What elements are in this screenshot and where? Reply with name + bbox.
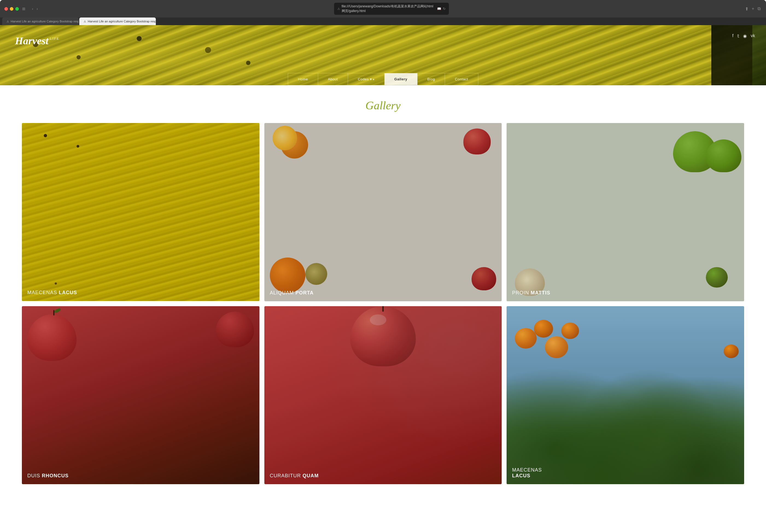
browser-window: ⊞ ‹ › ⚠ file:///Users/janewang/Downloads… [0,0,766,495]
gallery-grid: MAECENAS LACUS [22,123,744,484]
tab-gallery-label: Harvest Life an agriculture Category Boo… [88,20,156,23]
back-button[interactable]: ‹ [32,7,33,11]
card-6-label-light: MAECENAS [512,467,542,473]
browser-titlebar: ⊞ ‹ › ⚠ file:///Users/janewang/Downloads… [0,0,766,17]
gallery-card-6[interactable]: MAECENAS LACUS [507,306,744,484]
gallery-card-3[interactable]: PROIN MATTIS [507,123,744,301]
maximize-button[interactable] [15,7,19,11]
url-text: file:///Users/janewang/Downloads/有机蔬菜水果农… [342,4,435,13]
new-tab-icon[interactable]: + [752,6,754,11]
address-bar[interactable]: ⚠ file:///Users/janewang/Downloads/有机蔬菜水… [334,3,449,15]
site-logo: Harvest LIFE [15,35,59,47]
card-5-overlay [264,306,502,484]
tab-home-favicon: ⚠ [7,20,9,23]
card-2-label-light: ALIQUAM [270,290,296,296]
security-icon: ⚠ [337,7,340,11]
card-3-overlay [507,123,744,301]
hero-section: f 𝕥 ◉ vk Harvest LIFE Home About Codes ▾… [0,25,766,85]
facebook-icon[interactable]: f [732,33,733,39]
card-4-label: DUIS RHONCUS [27,473,69,479]
twitter-icon[interactable]: 𝕥 [737,33,739,39]
nav-gallery[interactable]: Gallery [384,73,417,85]
browser-action-icons: ⬆ + ⧉ [745,6,761,11]
tab-gallery-favicon: ⚠ [84,20,86,23]
card-1-overlay [22,123,259,301]
card-5-label-bold: QUAM [303,473,319,478]
card-4-label-bold: RHONCUS [42,473,69,478]
card-6-label-bold: LACUS [512,473,530,478]
minimize-button[interactable] [10,7,13,11]
card-3-label-light: PROIN [512,290,531,296]
sidebar-icon[interactable]: ⧉ [758,6,761,11]
card-3-label: PROIN MATTIS [512,290,550,296]
social-icons: f 𝕥 ◉ vk [732,33,755,39]
close-button[interactable] [4,7,8,11]
card-5-label: CURABITUR QUAM [270,473,319,479]
nav-contact[interactable]: Contact [445,73,478,85]
forward-button[interactable]: › [37,7,38,11]
nav-blog[interactable]: Blog [417,73,445,85]
main-navbar: Home About Codes ▾ Gallery Blog Contact [288,73,478,85]
gallery-card-5[interactable]: CURABITUR QUAM [264,306,502,484]
share-icon[interactable]: ⬆ [745,6,749,11]
card-4-overlay [22,306,259,484]
nav-codes[interactable]: Codes ▾ [348,73,384,85]
nav-home[interactable]: Home [288,73,318,85]
gallery-card-1[interactable]: MAECENAS LACUS [22,123,259,301]
address-bar-container: ⚠ file:///Users/janewang/Downloads/有机蔬菜水… [40,3,742,15]
website-content: f 𝕥 ◉ vk Harvest LIFE Home About Codes ▾… [0,25,766,495]
card-5-label-light: CURABITUR [270,473,303,478]
card-1-label: MAECENAS LACUS [27,290,77,296]
sidebar-toggle-icon[interactable]: ⊞ [22,7,25,11]
gallery-section: Gallery MAECENAS LACUS [0,85,766,495]
nav-about[interactable]: About [318,73,348,85]
card-6-overlay [507,306,744,484]
card-4-label-light: DUIS [27,473,42,478]
tab-home[interactable]: ⚠ Harvest Life an agriculture Category B… [2,17,79,25]
traffic-lights [4,7,19,11]
card-2-label: ALIQUAM PORTA [270,290,314,296]
card-3-label-bold: MATTIS [531,290,550,296]
gallery-title: Gallery [22,99,744,112]
browser-tabs: ⚠ Harvest Life an agriculture Category B… [0,17,766,25]
vk-icon[interactable]: vk [751,33,755,39]
card-1-label-bold: LACUS [59,290,77,295]
rss-icon[interactable]: ◉ [743,33,747,39]
refresh-icon[interactable]: ↻ [443,7,446,11]
card-2-overlay [264,123,502,301]
gallery-card-4[interactable]: DUIS RHONCUS [22,306,259,484]
logo-main-text: Harvest [15,35,48,47]
card-2-label-bold: PORTA [296,290,314,296]
tab-home-label: Harvest Life an agriculture Category Boo… [11,20,79,23]
browser-nav-controls: ‹ › [32,7,38,11]
reader-icon: 📖 [437,7,441,11]
logo-sub-text: LIFE [49,36,59,41]
card-6-label: MAECENAS LACUS [512,467,542,479]
tab-gallery[interactable]: ⚠ Harvest Life an agriculture Category B… [79,17,156,25]
card-1-label-light: MAECENAS [27,290,59,295]
gallery-card-2[interactable]: ALIQUAM PORTA [264,123,502,301]
